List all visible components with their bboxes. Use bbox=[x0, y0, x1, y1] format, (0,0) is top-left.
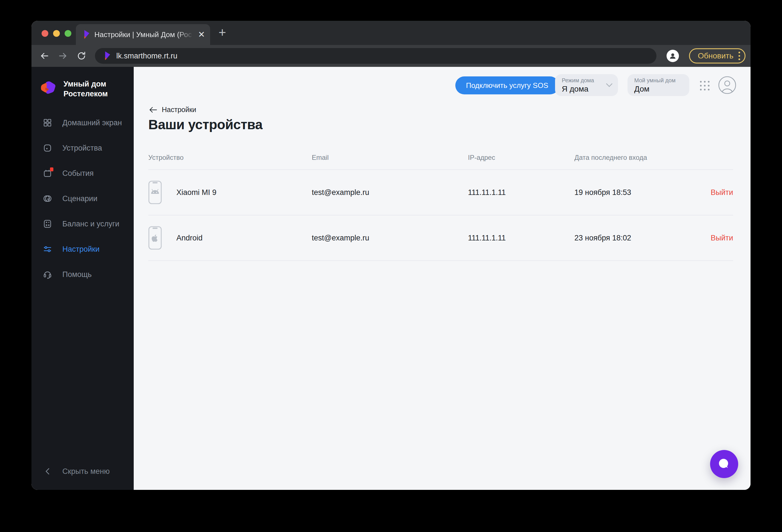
tab-close-icon[interactable]: ✕ bbox=[198, 30, 205, 39]
browser-tab[interactable]: Настройки | Умный Дом (Рос ✕ bbox=[76, 24, 210, 45]
device-email: test@example.ru bbox=[312, 188, 468, 197]
url-text: lk.smarthome.rt.ru bbox=[116, 52, 178, 60]
my-smart-home-label: Мой умный дом bbox=[634, 77, 684, 84]
reload-icon[interactable] bbox=[76, 51, 86, 61]
sidebar-item-help[interactable]: Помощь bbox=[31, 262, 134, 287]
sidebar-item-label: Настройки bbox=[62, 245, 100, 254]
zoom-window-button[interactable] bbox=[65, 30, 71, 37]
events-badge bbox=[50, 168, 54, 171]
devices-table-header: Устройство Email IP-адрес Дата последнег… bbox=[148, 145, 733, 170]
smarthome-logo-icon bbox=[40, 80, 56, 95]
balance-icon bbox=[43, 219, 52, 228]
support-chat-button[interactable] bbox=[710, 450, 738, 478]
apple-icon bbox=[148, 226, 162, 250]
chevron-down-icon bbox=[606, 82, 613, 87]
app-content: Умный дом Ростелеком Домашний экран Устр… bbox=[31, 67, 751, 490]
app-logo-title: Умный дом Ростелеком bbox=[64, 79, 108, 99]
app-logo: Умный дом Ростелеком bbox=[40, 79, 108, 99]
page-title: Ваши устройства bbox=[148, 117, 262, 132]
browser-profile-avatar[interactable] bbox=[667, 50, 679, 62]
chat-bubble-icon bbox=[717, 457, 732, 471]
sidebar: Умный дом Ростелеком Домашний экран Устр… bbox=[31, 67, 134, 490]
sidebar-item-label: Сценарии bbox=[62, 194, 98, 203]
column-header-ip: IP-адрес bbox=[468, 154, 574, 162]
home-mode-dropdown[interactable]: Режим дома Я дома bbox=[555, 74, 618, 96]
device-cell: Android bbox=[148, 226, 312, 250]
browser-toolbar: lk.smarthome.rt.ru Обновить bbox=[31, 45, 751, 67]
devices-table: Устройство Email IP-адрес Дата последнег… bbox=[148, 145, 733, 261]
sidebar-item-devices[interactable]: Устройства bbox=[31, 135, 134, 161]
sidebar-item-scenarios[interactable]: Сценарии bbox=[31, 186, 134, 211]
collapse-menu-button[interactable]: Скрыть меню bbox=[31, 459, 134, 484]
minimize-window-button[interactable] bbox=[53, 30, 60, 37]
person-icon bbox=[669, 52, 677, 60]
main-panel: Подключить услугу SOS Режим дома Я дома … bbox=[134, 67, 751, 490]
sidebar-item-events[interactable]: События bbox=[31, 161, 134, 186]
home-mode-value: Я дома bbox=[562, 84, 612, 94]
devices-icon bbox=[43, 143, 52, 153]
address-bar[interactable]: lk.smarthome.rt.ru bbox=[95, 48, 656, 64]
browser-titlebar: Настройки | Умный Дом (Рос ✕ + bbox=[31, 21, 751, 45]
update-browser-button[interactable]: Обновить bbox=[689, 48, 745, 64]
events-calendar-icon bbox=[43, 169, 52, 178]
table-row: Android test@example.ru 111.11.1.11 23 н… bbox=[148, 215, 733, 261]
tab-title: Настройки | Умный Дом (Рос bbox=[94, 30, 196, 39]
sidebar-item-label: События bbox=[62, 169, 94, 178]
help-headset-icon bbox=[43, 270, 52, 279]
sidebar-item-home-screen[interactable]: Домашний экран bbox=[31, 110, 134, 135]
new-tab-button[interactable]: + bbox=[218, 25, 226, 40]
device-last-login: 19 ноября 18:53 bbox=[574, 188, 691, 197]
sidebar-item-label: Устройства bbox=[62, 144, 102, 152]
device-cell: Xiaomi MI 9 bbox=[148, 181, 312, 204]
home-grid-icon bbox=[43, 118, 52, 128]
device-ip: 111.11.1.11 bbox=[468, 234, 574, 242]
sidebar-item-label: Домашний экран bbox=[62, 118, 122, 127]
table-row: Xiaomi MI 9 test@example.ru 111.11.1.11 … bbox=[148, 170, 733, 215]
device-name: Xiaomi MI 9 bbox=[176, 188, 217, 197]
logout-link[interactable]: Выйти bbox=[691, 188, 733, 197]
android-icon bbox=[148, 181, 162, 204]
device-name: Android bbox=[176, 234, 203, 242]
column-header-device: Устройство bbox=[148, 154, 312, 162]
traffic-lights bbox=[42, 30, 71, 37]
account-avatar[interactable] bbox=[718, 76, 737, 94]
logout-link[interactable]: Выйти bbox=[691, 234, 733, 242]
settings-sliders-icon bbox=[43, 244, 52, 254]
breadcrumb-label: Настройки bbox=[162, 106, 197, 114]
sidebar-item-label: Помощь bbox=[62, 270, 92, 279]
column-header-email: Email bbox=[312, 154, 468, 162]
sidebar-item-label: Баланс и услуги bbox=[62, 220, 119, 228]
column-header-last-login: Дата последнего входа bbox=[574, 154, 691, 162]
update-browser-label: Обновить bbox=[698, 51, 734, 60]
back-icon[interactable] bbox=[39, 51, 49, 61]
chevron-left-icon bbox=[44, 468, 50, 475]
smarthome-favicon-icon bbox=[82, 30, 90, 39]
forward-icon[interactable] bbox=[58, 51, 68, 61]
my-smart-home-value: Дом bbox=[634, 84, 684, 94]
my-smart-home-selector[interactable]: Мой умный дом Дом bbox=[628, 74, 689, 96]
device-last-login: 23 ноября 18:02 bbox=[574, 234, 691, 242]
home-mode-label: Режим дома bbox=[562, 77, 612, 84]
smarthome-favicon-icon bbox=[103, 51, 111, 60]
connect-sos-button[interactable]: Подключить услугу SOS bbox=[455, 76, 559, 94]
sidebar-item-settings[interactable]: Настройки bbox=[31, 237, 134, 262]
scenarios-icon bbox=[43, 194, 52, 203]
apps-grid-icon[interactable] bbox=[700, 81, 710, 91]
device-ip: 111.11.1.11 bbox=[468, 188, 574, 197]
browser-window: Настройки | Умный Дом (Рос ✕ + lk.smarth… bbox=[31, 21, 751, 490]
sidebar-item-balance[interactable]: Баланс и услуги bbox=[31, 211, 134, 237]
browser-menu-kebab-icon[interactable] bbox=[739, 52, 740, 60]
device-email: test@example.ru bbox=[312, 234, 468, 242]
collapse-menu-label: Скрыть меню bbox=[62, 467, 110, 476]
breadcrumb-back-settings[interactable]: Настройки bbox=[149, 106, 197, 114]
sidebar-menu: Домашний экран Устройства События bbox=[31, 110, 134, 287]
close-window-button[interactable] bbox=[42, 30, 48, 37]
arrow-left-icon bbox=[149, 106, 157, 113]
